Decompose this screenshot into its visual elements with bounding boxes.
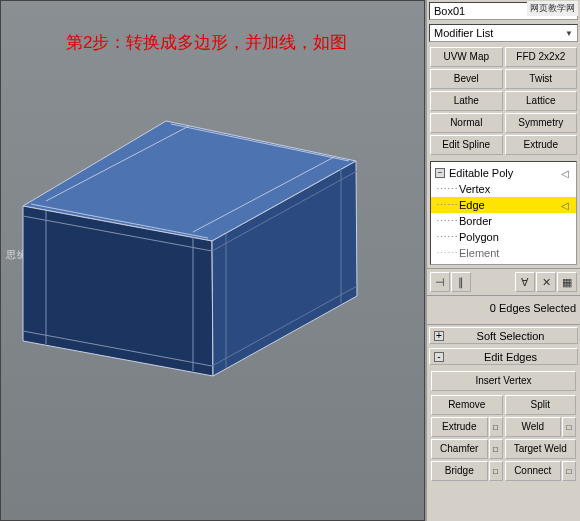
extrude-button[interactable]: Extrude [431,417,488,437]
tree-line-icon: ⋯⋯ [435,231,459,244]
modifier-stack: − Editable Poly ◁ ⋯⋯ Vertex ⋯⋯ Edge ◁ ⋯⋯… [430,161,577,265]
bevel-button[interactable]: Bevel [430,69,503,89]
configure-sets-icon[interactable]: ▦ [557,272,577,292]
soft-selection-rollup[interactable]: + Soft Selection [429,327,578,344]
tree-line-icon: ⋯⋯ [435,215,459,228]
extrude-settings-icon[interactable]: □ [489,417,503,437]
site-logo: 网页教学网 [527,1,578,16]
weld-button[interactable]: Weld [505,417,562,437]
connect-settings-icon[interactable]: □ [562,461,576,481]
tree-line-icon: ⋯⋯ [435,247,459,260]
stack-vertex[interactable]: ⋯⋯ Vertex [431,181,576,197]
minus-icon: - [434,352,444,362]
stack-edge-label: Edge [459,199,485,211]
modify-panel: 网页教学网 Box01 Modifier List ▼ UVW Map FFD … [425,0,580,521]
modifier-list-dropdown[interactable]: Modifier List ▼ [429,24,578,42]
target-weld-button[interactable]: Target Weld [505,439,577,459]
stack-toolbar: ⊣ ∥ ∀ ✕ ▦ [427,268,580,296]
stack-polygon[interactable]: ⋯⋯ Polygon [431,229,576,245]
insert-vertex-button[interactable]: Insert Vertex [431,371,576,391]
plus-icon: + [434,331,444,341]
modifier-buttons-grid: UVW Map FFD 2x2x2 Bevel Twist Lathe Latt… [427,44,580,158]
stack-border-label: Border [459,215,492,227]
stack-indicator-icon: ◁ [561,168,572,179]
chevron-down-icon: ▼ [565,29,573,38]
stack-vertex-label: Vertex [459,183,490,195]
remove-button[interactable]: Remove [431,395,503,415]
pin-stack-icon[interactable]: ⊣ [430,272,450,292]
modifier-list-label: Modifier List [434,27,493,39]
show-result-icon[interactable]: ∥ [451,272,471,292]
bridge-settings-icon[interactable]: □ [489,461,503,481]
chamfer-settings-icon[interactable]: □ [489,439,503,459]
edit-edges-title: Edit Edges [448,351,573,363]
polygon-box-model [11,106,361,386]
extrude-modifier-button[interactable]: Extrude [505,135,578,155]
stack-editable-poly[interactable]: − Editable Poly ◁ [431,165,576,181]
twist-button[interactable]: Twist [505,69,578,89]
soft-selection-title: Soft Selection [448,330,573,342]
stack-polygon-label: Polygon [459,231,499,243]
normal-button[interactable]: Normal [430,113,503,133]
remove-modifier-icon[interactable]: ✕ [536,272,556,292]
bridge-button[interactable]: Bridge [431,461,488,481]
connect-button[interactable]: Connect [505,461,562,481]
make-unique-icon[interactable]: ∀ [515,272,535,292]
collapse-icon[interactable]: − [435,168,445,178]
chamfer-button[interactable]: Chamfer [431,439,488,459]
symmetry-button[interactable]: Symmetry [505,113,578,133]
weld-settings-icon[interactable]: □ [562,417,576,437]
tree-line-icon: ⋯⋯ [435,183,459,196]
ffd-button[interactable]: FFD 2x2x2 [505,47,578,67]
split-button[interactable]: Split [505,395,577,415]
stack-indicator-icon: ◁ [561,200,572,211]
lattice-button[interactable]: Lattice [505,91,578,111]
selection-status: 0 Edges Selected [427,296,580,325]
step-caption: 第2步：转换成多边形，并加线，如图 [66,31,347,54]
stack-element-label: Element [459,247,499,259]
edit-edges-rollup[interactable]: - Edit Edges [429,348,578,365]
uvw-map-button[interactable]: UVW Map [430,47,503,67]
viewport-3d[interactable]: 第2步：转换成多边形，并加线，如图 思缘设计论坛 - WWW.MISSYUAN.… [0,0,425,521]
tree-line-icon: ⋯⋯ [435,199,459,212]
edit-spline-button[interactable]: Edit Spline [430,135,503,155]
stack-element[interactable]: ⋯⋯ Element [431,245,576,261]
stack-edge[interactable]: ⋯⋯ Edge ◁ [431,197,576,213]
stack-border[interactable]: ⋯⋯ Border [431,213,576,229]
stack-root-label: Editable Poly [449,167,513,179]
edit-edges-body: Insert Vertex Remove Split Extrude □ Wel… [427,367,580,485]
lathe-button[interactable]: Lathe [430,91,503,111]
